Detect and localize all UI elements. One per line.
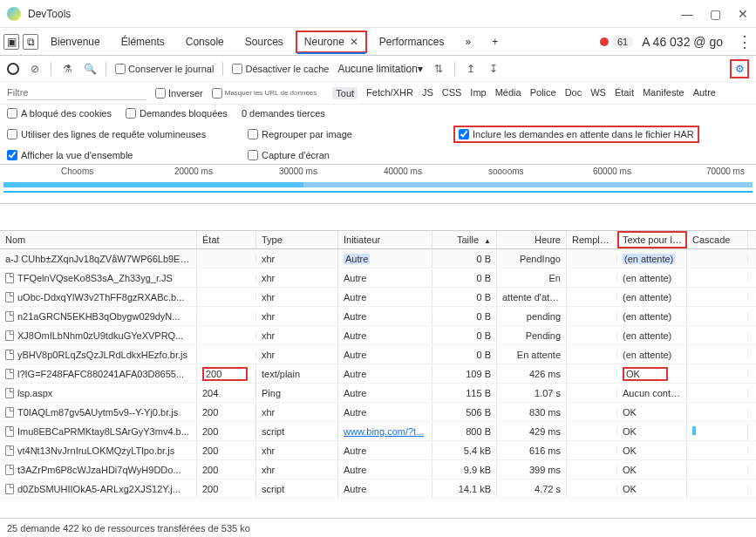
col-name[interactable]: Nom xyxy=(0,231,197,248)
col-status[interactable]: État xyxy=(197,231,256,248)
disable-cache-checkbox[interactable]: Désactiver le cache xyxy=(232,64,329,74)
tab-welcome[interactable]: Bienvenue xyxy=(42,31,109,53)
file-icon xyxy=(5,330,14,341)
upload-icon[interactable]: ↥ xyxy=(464,62,478,76)
table-row[interactable]: n21aGRCN5EKHB3qObygw029dyN...xhrAutre0 B… xyxy=(0,307,756,326)
col-fulfilled[interactable]: Remplies.. xyxy=(567,231,617,248)
filter-chips: Tout Fetch/XHR JS CSS Imp Média Police D… xyxy=(332,87,716,99)
device-icon[interactable]: ⧉ xyxy=(23,34,38,50)
table-row[interactable]: l?IG=F248FAFC880241AFA03D8655...200text/… xyxy=(0,364,756,384)
app-icon xyxy=(7,7,21,21)
maximize-button[interactable]: ▢ xyxy=(709,7,721,21)
col-statustext[interactable]: Texte pour l'état xyxy=(617,231,687,248)
invert-checkbox[interactable]: Inverser xyxy=(155,88,203,99)
screenshot-checkbox[interactable]: Capture d'écran xyxy=(248,150,330,160)
tabs-overflow[interactable]: » xyxy=(457,31,480,53)
file-icon xyxy=(5,369,14,379)
file-icon xyxy=(5,292,14,302)
blocked-cookies-checkbox[interactable]: A bloqué des cookies xyxy=(7,108,112,119)
col-time[interactable]: Heure xyxy=(497,231,567,248)
clear-button[interactable]: ⊘ xyxy=(28,62,42,76)
target-url: A 46 032 @ go xyxy=(642,35,723,49)
chip-media[interactable]: Média xyxy=(495,87,521,99)
chip-img[interactable]: Imp xyxy=(470,87,486,99)
tab-sources[interactable]: Sources xyxy=(236,31,292,53)
table-row[interactable]: a-J CUhb±ZXqnJv18qZVåW7WP66Lb9E. r.JS xh… xyxy=(0,249,756,268)
file-icon xyxy=(5,465,14,475)
file-icon xyxy=(5,350,14,360)
kebab-menu-icon[interactable]: ⋮ xyxy=(737,32,753,51)
chip-doc[interactable]: Doc xyxy=(565,87,582,99)
table-row[interactable]: vt4Nt13NvJrnIruLOKMQzyLTlpo.br.js200xhrA… xyxy=(0,441,756,460)
big-rows-checkbox[interactable]: Utiliser des lignes de requête volumineu… xyxy=(7,129,234,139)
table-row[interactable]: TFQelnVQseKo8S3sA_Zh33yg_r.JSxhrAutre0 B… xyxy=(0,268,756,288)
table-row[interactable]: yBHV8p0RLqZsQzJLRdLdkxHEzfo.br.jsxhrAutr… xyxy=(0,345,756,364)
table-row[interactable]: lsp.aspx204PingAutre115 B1.07 sAucun con… xyxy=(0,384,756,403)
new-tab-button[interactable]: + xyxy=(483,31,507,53)
table-row[interactable]: Imu8EBCaPRMKtay8LSArGyY3mv4.b...200scrip… xyxy=(0,422,756,441)
chip-ws[interactable]: WS xyxy=(590,87,606,99)
download-icon[interactable]: ↧ xyxy=(487,62,501,76)
close-button[interactable]: ✕ xyxy=(737,7,749,21)
col-waterfall[interactable]: Cascade xyxy=(687,231,748,248)
chip-other[interactable]: Autre xyxy=(693,87,716,99)
table-header: Nom État Type Initiateur Taille Heure Re… xyxy=(0,230,756,249)
throttling-select[interactable]: Aucune limitation▾ xyxy=(337,63,422,75)
chip-wasm[interactable]: Était xyxy=(615,87,634,99)
group-frame-checkbox[interactable]: Regrouper par image xyxy=(248,129,439,139)
tab-elements[interactable]: Éléments xyxy=(112,31,174,53)
issues-badge[interactable]: 61 xyxy=(600,36,633,48)
record-dot-icon xyxy=(600,37,609,46)
table-row[interactable]: XJ8OmILbNhm0zU9tdkuGYeXVPRQ...xhrAutre0 … xyxy=(0,326,756,345)
table-row[interactable]: T0IAQLm87gv5AUytm5v9--Y-Yj0.br.js200xhrA… xyxy=(0,403,756,422)
filter-input[interactable] xyxy=(7,85,146,100)
chip-js[interactable]: JS xyxy=(422,87,433,99)
show-overview-checkbox[interactable]: Afficher la vue d'ensemble xyxy=(7,150,234,160)
close-tab-icon[interactable]: ✕ xyxy=(350,36,358,48)
file-icon xyxy=(5,426,14,437)
tab-console[interactable]: Console xyxy=(177,31,233,53)
record-button[interactable] xyxy=(7,63,19,75)
chip-font[interactable]: Police xyxy=(530,87,556,99)
file-icon xyxy=(5,407,14,418)
table-row[interactable]: t3AZrPm6P8cWJzaHDi7qWyH9DDo...200xhrAutr… xyxy=(0,460,756,479)
minimize-button[interactable]: — xyxy=(681,7,693,21)
preserve-log-checkbox[interactable]: Conserver le journal xyxy=(115,64,214,74)
include-pending-checkbox[interactable]: Inclure les demandes en attente dans le … xyxy=(453,126,699,143)
file-icon xyxy=(5,273,14,283)
status-bar: 25 demande 422 ko de ressources transfér… xyxy=(0,518,756,537)
hide-dataurl-checkbox[interactable]: Masquer les URL de données xyxy=(212,88,317,99)
chip-manifest[interactable]: Manifeste xyxy=(643,87,684,99)
file-icon xyxy=(5,311,14,322)
col-type[interactable]: Type xyxy=(256,231,338,248)
wifi-icon[interactable]: ⇅ xyxy=(432,62,446,76)
tab-network[interactable]: Neurone✕ xyxy=(296,31,367,53)
table-row[interactable]: d0ZbSMUHIIOkA5-ARLxg2XJS12Y.j...200scrip… xyxy=(0,479,756,499)
table-row[interactable]: uObc-DdxqYlW3v2ThFF8gzRXABc.b...xhrAutre… xyxy=(0,288,756,307)
third-party-label: 0 demandes tierces xyxy=(242,108,325,119)
file-icon xyxy=(5,445,14,456)
blocked-requests-checkbox[interactable]: Demandes bloquées xyxy=(126,108,228,119)
chip-all[interactable]: Tout xyxy=(332,87,358,99)
inspect-icon[interactable]: ▣ xyxy=(3,34,19,50)
search-icon[interactable]: 🔍 xyxy=(83,62,97,76)
file-icon xyxy=(5,388,14,398)
file-icon xyxy=(5,484,14,494)
tab-performance[interactable]: Performances xyxy=(371,31,453,53)
chip-fetch[interactable]: Fetch/XHR xyxy=(366,87,413,99)
settings-gear-icon[interactable]: ⚙ xyxy=(730,59,749,78)
chip-css[interactable]: CSS xyxy=(442,87,462,99)
col-initiator[interactable]: Initiateur xyxy=(338,231,432,248)
filter-icon[interactable]: ⚗ xyxy=(60,62,74,76)
window-title: DevTools xyxy=(28,8,681,20)
timeline-overview[interactable]: Chooms 20000 ms 30000 ms 40000 ms soooom… xyxy=(0,164,756,204)
col-size[interactable]: Taille xyxy=(432,231,497,248)
